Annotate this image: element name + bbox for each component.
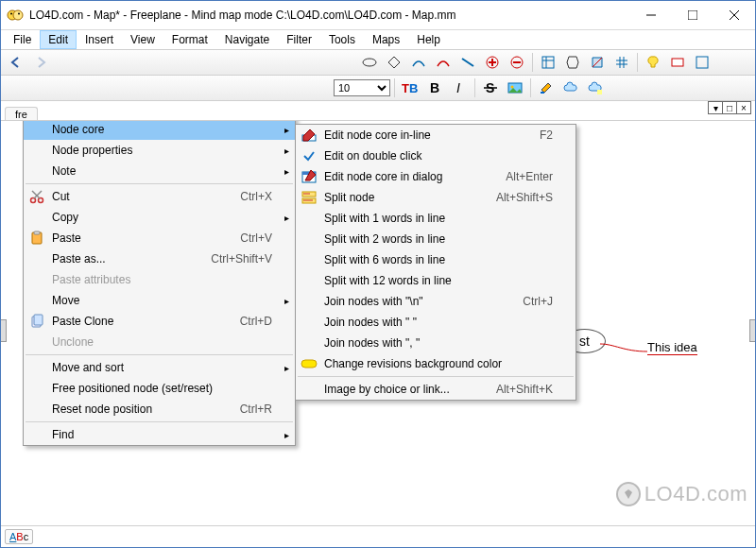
menu-item-label: Split with 6 words in line — [324, 253, 553, 266]
menu-item-label: Node properties — [52, 144, 272, 157]
idea-icon[interactable] — [642, 51, 664, 74]
toolbar-icon[interactable] — [561, 51, 584, 74]
tab-restore-icon[interactable]: □ — [722, 102, 736, 113]
toolbar-icon[interactable] — [691, 51, 713, 74]
menu-item: Paste attributes — [24, 269, 295, 290]
menu-filter[interactable]: Filter — [278, 30, 320, 49]
toolbar-icon[interactable] — [537, 51, 559, 74]
menu-icon — [27, 291, 46, 310]
menu-item[interactable]: Split nodeAlt+Shift+S — [296, 187, 576, 208]
tabstrip: fre ▾ □ × — [1, 101, 755, 121]
menubar: File Edit Insert View Format Navigate Fi… — [1, 30, 755, 50]
maximize-button[interactable] — [672, 2, 713, 28]
edge — [600, 333, 647, 357]
toolbar-icon[interactable] — [432, 51, 455, 74]
remove-icon[interactable] — [506, 51, 528, 74]
menu-item[interactable]: Node core▸ — [24, 121, 295, 140]
menu-item[interactable]: Join nodes with "\n"Ctrl+J — [296, 291, 576, 312]
menu-separator — [26, 354, 293, 355]
left-handle[interactable] — [1, 319, 7, 342]
image-icon[interactable] — [504, 77, 526, 99]
menu-item-label: Paste — [52, 231, 217, 245]
cloud-icon[interactable] — [559, 77, 582, 99]
map-tab[interactable]: fre — [5, 107, 38, 120]
menu-item[interactable]: Paste CloneCtrl+D — [24, 311, 295, 332]
menu-item-shortcut: Ctrl+D — [217, 315, 272, 328]
menu-icon — [300, 271, 318, 290]
menu-item[interactable]: Join nodes with " " — [296, 312, 576, 333]
revision-color-icon — [300, 354, 318, 373]
toolbar-icon[interactable] — [610, 51, 633, 74]
menu-item[interactable]: Split with 6 words in line — [296, 249, 576, 270]
status-abc[interactable]: ABc — [5, 529, 33, 544]
menu-item[interactable]: Split with 2 words in line — [296, 229, 576, 249]
menu-item-label: Find — [52, 428, 272, 441]
menu-item[interactable]: CutCtrl+X — [24, 186, 295, 207]
edit-dialog-icon — [300, 167, 318, 186]
font-color-icon[interactable]: TB — [399, 77, 421, 99]
toolbar-icon[interactable] — [666, 51, 689, 74]
tab-close-icon[interactable]: × — [736, 102, 750, 113]
toolbar-icon[interactable] — [358, 51, 381, 74]
menu-item[interactable]: Find▸ — [24, 424, 295, 445]
menu-icon — [27, 249, 46, 268]
watermark-icon — [616, 482, 641, 506]
cloud-color-icon[interactable] — [584, 77, 607, 99]
menu-item[interactable]: Reset node positionCtrl+R — [24, 399, 295, 420]
prev-map-button[interactable] — [5, 51, 27, 74]
add-icon[interactable] — [481, 51, 504, 74]
svg-rect-25 — [597, 90, 602, 94]
close-button[interactable] — [713, 2, 755, 28]
strikethrough-icon[interactable]: S — [479, 77, 502, 99]
menu-item[interactable]: Free positioned node (set/reset) — [24, 378, 295, 399]
menu-item[interactable]: Image by choice or link...Alt+Shift+K — [296, 379, 576, 400]
menu-item-label: Edit node core in-line — [324, 128, 517, 142]
app-icon — [7, 7, 24, 24]
toolbar-icon[interactable] — [383, 51, 405, 74]
menu-item[interactable]: Join nodes with ", " — [296, 333, 576, 353]
menu-item[interactable]: Copy▸ — [24, 207, 295, 228]
menu-edit[interactable]: Edit — [40, 30, 77, 49]
menu-item[interactable]: Edit on double click — [296, 146, 576, 166]
next-map-button[interactable] — [29, 51, 52, 74]
menu-item[interactable]: Node properties▸ — [24, 140, 295, 161]
check-icon — [300, 146, 318, 165]
menu-icon — [27, 208, 46, 227]
menu-format[interactable]: Format — [163, 30, 216, 49]
tab-dropdown-icon[interactable]: ▾ — [709, 102, 722, 113]
submenu-arrow-icon: ▸ — [284, 146, 289, 156]
menu-item[interactable]: Note▸ — [24, 161, 295, 181]
menu-item[interactable]: Split with 12 words in line — [296, 270, 576, 291]
menu-icon — [27, 270, 46, 289]
menu-maps[interactable]: Maps — [364, 30, 408, 49]
right-handle[interactable] — [749, 319, 755, 342]
menu-navigate[interactable]: Navigate — [216, 30, 278, 49]
menu-help[interactable]: Help — [408, 30, 449, 49]
submenu-arrow-icon: ▸ — [284, 296, 289, 306]
font-size-select[interactable]: 10 — [334, 79, 390, 96]
menu-item[interactable]: Split with 1 words in line — [296, 208, 576, 229]
svg-point-2 — [10, 13, 12, 15]
toolbar-icon[interactable] — [407, 51, 430, 74]
menu-item[interactable]: Edit node core in dialogAlt+Enter — [296, 166, 576, 187]
paint-icon[interactable] — [535, 77, 558, 99]
toolbar-icon[interactable] — [586, 51, 609, 74]
menu-item[interactable]: Edit node core in-lineF2 — [296, 125, 576, 146]
menu-icon — [27, 141, 46, 160]
menu-insert[interactable]: Insert — [77, 30, 122, 49]
menu-item[interactable]: PasteCtrl+V — [24, 228, 295, 248]
menu-item[interactable]: Move▸ — [24, 290, 295, 311]
bold-icon[interactable]: B — [423, 77, 446, 99]
menu-view[interactable]: View — [122, 30, 163, 49]
menu-tools[interactable]: Tools — [320, 30, 364, 49]
menu-item[interactable]: Paste as...Ctrl+Shift+V — [24, 248, 295, 269]
toolbar-icon[interactable] — [456, 51, 479, 74]
menu-item-shortcut: Alt+Shift+S — [473, 191, 553, 204]
minimize-button[interactable] — [630, 2, 672, 28]
canvas[interactable]: st This idea UndoCtrl+ZRedoCtrl+YNode co… — [1, 121, 755, 525]
child-node[interactable]: This idea — [647, 340, 697, 355]
menu-file[interactable]: File — [5, 30, 40, 49]
menu-item[interactable]: Move and sort▸ — [24, 357, 295, 378]
italic-icon[interactable]: I — [448, 77, 471, 99]
menu-item[interactable]: Change revisions background color — [296, 353, 576, 374]
